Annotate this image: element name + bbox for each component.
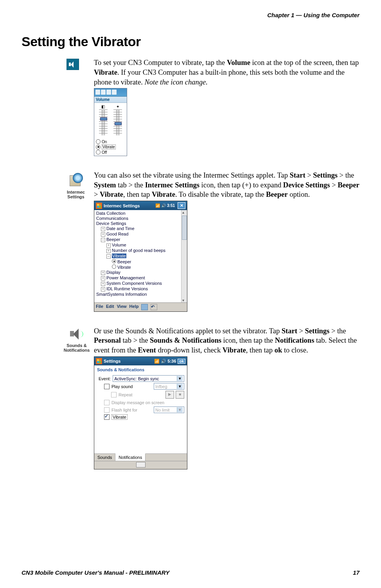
footer-left: CN3 Mobile Computer User's Manual - PREL… (22, 569, 169, 576)
ok-button[interactable]: ok (178, 359, 185, 364)
intermec-settings-icon: Intermec Settings (64, 171, 88, 200)
close-button[interactable]: ✕ (178, 202, 185, 209)
start-flag-icon[interactable] (96, 203, 102, 209)
scrollbar[interactable] (181, 210, 187, 302)
sounds-notifications-screenshot: Settings 📶 🔊 5:36 ok Sounds & Notificati… (94, 356, 187, 469)
sip-bar[interactable] (94, 461, 187, 469)
vibrate-checkbox[interactable] (104, 414, 110, 420)
event-dropdown[interactable]: ActiveSync: Begin sync▾ (113, 375, 184, 382)
radio-vibrate[interactable]: Vibrate (96, 144, 125, 149)
menubar[interactable]: File Edit View Help ↶ (94, 302, 187, 311)
tab-notifications[interactable]: Notifications (115, 453, 146, 461)
undo-icon[interactable]: ↶ (151, 304, 157, 310)
stop-button[interactable]: ■ (176, 391, 184, 399)
settings-tree[interactable]: Data Collection Communications Device Se… (94, 210, 187, 302)
device-volume-slider[interactable]: ◧ (97, 104, 110, 135)
flash-duration-select: No limit▾ (154, 406, 184, 413)
statusbar (94, 88, 127, 97)
play-button[interactable]: ▶ (165, 391, 174, 399)
paragraph-3: Or use the Sounds & Notifications applet… (66, 326, 359, 355)
volume-label: Volume (94, 97, 127, 103)
sound-select: Infbeg▾ (154, 383, 184, 390)
play-sound-checkbox[interactable] (104, 384, 110, 389)
applet-title: Sounds & Notifications (94, 365, 187, 373)
display-message-checkbox (104, 400, 110, 405)
running-header: Chapter 1 — Using the Computer (22, 12, 359, 18)
paragraph-1: To set your CN3 Computer to vibrate, tap… (66, 58, 359, 87)
page-number: 17 (353, 569, 359, 576)
intermec-settings-screenshot: Intermec Settings 📶 🔊 3:51 ✕ Data Collec… (94, 201, 187, 312)
volume-popup-screenshot: Volume ◧ ✦ On Vibrate Off (94, 88, 127, 156)
save-icon[interactable] (141, 304, 148, 310)
flash-light-checkbox (104, 407, 110, 413)
radio-off[interactable]: Off (96, 150, 125, 155)
sounds-notifications-icon: Sounds & Notifications (59, 327, 95, 352)
start-flag-icon[interactable] (96, 358, 102, 364)
tab-sounds[interactable]: Sounds (94, 454, 115, 461)
paragraph-2: You can also set the vibrate using the I… (66, 171, 359, 200)
page-heading: Setting the Vibrator (22, 34, 359, 49)
keyboard-icon[interactable] (136, 462, 146, 468)
radio-on[interactable]: On (96, 139, 125, 144)
volume-icon (66, 59, 79, 70)
tab-bar[interactable]: Sounds Notifications (94, 453, 187, 461)
repeat-checkbox (111, 392, 117, 397)
phone-volume-slider[interactable]: ✦ (111, 104, 124, 135)
